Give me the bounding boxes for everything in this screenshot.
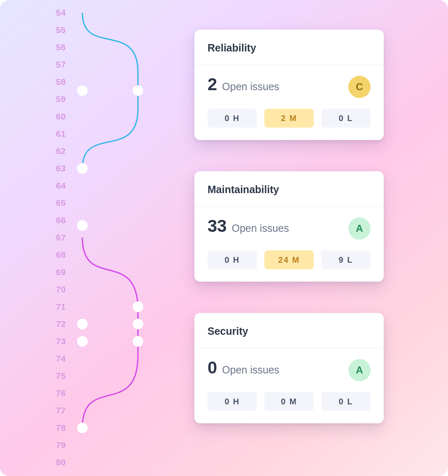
line-number: 75 <box>52 367 66 385</box>
severity-pill[interactable]: 9 L <box>321 250 371 269</box>
card-reliability[interactable]: Reliability2Open issuesC0 H2 M0 L <box>194 30 384 140</box>
commit-dot-icon <box>77 220 88 231</box>
severity-pill[interactable]: 24 M <box>264 250 314 269</box>
severity-row: 0 H2 M0 L <box>208 109 371 128</box>
line-number: 59 <box>52 91 66 108</box>
severity-pill[interactable]: 0 H <box>208 392 257 411</box>
commit-dot-icon <box>77 163 88 174</box>
line-number: 74 <box>52 350 66 367</box>
branch-graph <box>74 4 165 472</box>
line-number: 66 <box>52 212 66 229</box>
issues-row: 33Open issuesA <box>208 217 371 240</box>
card-body: 33Open issuesA0 H24 M9 L <box>194 207 384 282</box>
card-title: Reliability <box>208 42 371 54</box>
card-header: Security <box>194 313 384 348</box>
issues-row: 2Open issuesC <box>208 76 371 98</box>
line-number: 71 <box>52 298 66 315</box>
line-number: 62 <box>52 142 66 160</box>
line-number: 77 <box>52 402 66 419</box>
issues-label: Open issues <box>222 364 279 376</box>
line-number: 79 <box>52 436 66 454</box>
commit-dot-icon <box>133 319 143 329</box>
analysis-panel: 5455565758596061626364656667686970717273… <box>0 0 448 476</box>
commit-dot-icon <box>77 336 88 347</box>
line-number: 72 <box>52 315 66 333</box>
line-number: 61 <box>52 125 66 142</box>
issues-label: Open issues <box>222 81 279 93</box>
branch-blue <box>82 13 138 168</box>
line-number: 57 <box>52 56 66 73</box>
severity-pill[interactable]: 0 M <box>264 392 314 411</box>
commit-dot-icon <box>77 422 88 433</box>
severity-pill[interactable]: 0 L <box>321 392 371 411</box>
line-number: 65 <box>52 194 66 212</box>
line-number: 54 <box>52 4 66 21</box>
commit-dot-icon <box>133 85 143 96</box>
severity-pill[interactable]: 0 H <box>208 109 257 128</box>
commit-dot-icon <box>77 85 88 96</box>
line-number: 80 <box>52 454 66 471</box>
card-body: 0Open issuesA0 H0 M0 L <box>194 348 384 423</box>
line-number: 56 <box>52 39 66 56</box>
card-security[interactable]: Security0Open issuesA0 H0 M0 L <box>194 313 384 423</box>
issues-label: Open issues <box>232 222 289 234</box>
line-number: 67 <box>52 229 66 246</box>
commit-dot-icon <box>133 301 143 312</box>
severity-pill[interactable]: 0 L <box>321 109 371 128</box>
line-number-gutter: 5455565758596061626364656667686970717273… <box>52 4 66 471</box>
card-title: Maintainability <box>208 184 371 196</box>
grade-badge: C <box>348 76 371 98</box>
line-number: 64 <box>52 177 66 194</box>
grade-badge: A <box>348 359 371 381</box>
line-number: 58 <box>52 73 66 91</box>
line-number: 68 <box>52 246 66 264</box>
line-number: 69 <box>52 264 66 281</box>
severity-row: 0 H24 M9 L <box>208 250 371 269</box>
card-maintainability[interactable]: Maintainability33Open issuesA0 H24 M9 L <box>194 171 384 282</box>
commit-dot-icon <box>133 336 143 347</box>
line-number: 63 <box>52 160 66 177</box>
metric-cards: Reliability2Open issuesC0 H2 M0 LMaintai… <box>194 30 384 423</box>
card-header: Maintainability <box>194 171 384 207</box>
line-number: 73 <box>52 333 66 350</box>
severity-row: 0 H0 M0 L <box>208 392 371 411</box>
severity-pill[interactable]: 2 M <box>264 109 314 128</box>
card-title: Security <box>208 325 371 337</box>
grade-badge: A <box>348 217 371 240</box>
line-number: 76 <box>52 385 66 402</box>
issues-count: 2 <box>208 76 217 93</box>
issues-row: 0Open issuesA <box>208 359 371 381</box>
line-number: 78 <box>52 419 66 436</box>
card-body: 2Open issuesC0 H2 M0 L <box>194 65 384 140</box>
severity-pill[interactable]: 0 H <box>208 250 257 269</box>
commit-dot-icon <box>77 319 88 329</box>
line-number: 70 <box>52 281 66 298</box>
line-number: 55 <box>52 21 66 39</box>
issues-count: 33 <box>208 217 227 235</box>
issues-count: 0 <box>208 359 217 376</box>
branch-magenta <box>82 238 138 428</box>
card-header: Reliability <box>194 30 384 65</box>
line-number: 60 <box>52 108 66 125</box>
